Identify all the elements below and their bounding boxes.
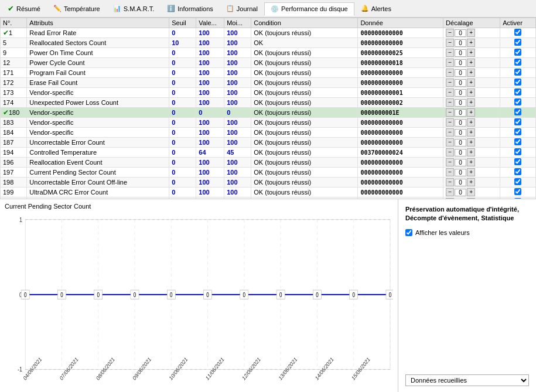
stepper-minus[interactable]: − <box>446 158 454 166</box>
stepper: − 0 + <box>446 59 497 67</box>
cell-attr: Vendor-specific <box>27 128 169 138</box>
activer-checkbox[interactable] <box>514 29 521 36</box>
cell-donnee: 000000000000 <box>358 178 443 188</box>
stepper: − 0 + <box>446 168 497 176</box>
stepper-minus[interactable]: − <box>446 69 454 77</box>
stepper-plus[interactable]: + <box>467 108 475 117</box>
table-row: ✔1Read Error Rate0100100OK (toujours réu… <box>1 28 536 38</box>
cell-decalage: − 0 + <box>443 168 500 178</box>
cell-no: 173 <box>1 88 27 98</box>
activer-checkbox[interactable] <box>514 148 521 155</box>
cell-donnee: 003700000024 <box>358 148 443 158</box>
cell-moi: 100 <box>224 88 251 98</box>
cell-decalage: − 0 + <box>443 48 500 58</box>
cell-donnee: 000000000000 <box>358 28 443 38</box>
stepper-plus[interactable]: + <box>467 188 475 196</box>
activer-checkbox[interactable] <box>514 98 521 105</box>
activer-checkbox[interactable] <box>514 108 521 115</box>
activer-checkbox[interactable] <box>514 168 521 175</box>
stepper: − 0 + <box>446 39 497 47</box>
activer-checkbox[interactable] <box>514 49 521 56</box>
stepper: − 0 + <box>446 79 497 87</box>
activer-checkbox[interactable] <box>514 59 521 66</box>
stepper-minus[interactable]: − <box>446 118 454 127</box>
stepper-minus[interactable]: − <box>446 79 454 87</box>
tab-informations[interactable]: ℹ️ Informations <box>161 2 220 15</box>
stepper-minus[interactable]: − <box>446 88 454 97</box>
right-panel: Préservation automatique d'intégrité,Déc… <box>398 199 536 392</box>
cell-seuil: 0 <box>169 148 196 158</box>
cell-activer <box>500 48 536 58</box>
stepper-plus[interactable]: + <box>467 59 475 67</box>
cell-decalage: − 0 + <box>443 158 500 168</box>
activer-checkbox[interactable] <box>514 79 521 86</box>
activer-checkbox[interactable] <box>514 88 521 96</box>
tab-alertes[interactable]: 🔔 Alertes <box>354 2 398 15</box>
cell-no: 197 <box>1 168 27 178</box>
table-row: 196Reallocation Event Count0100100OK (to… <box>1 158 536 168</box>
cell-attr: Vendor-specific <box>27 108 169 118</box>
cell-donnee: 000000000002 <box>358 98 443 108</box>
stepper-minus[interactable]: − <box>446 178 454 186</box>
cell-condition: OK (toujours réussi) <box>251 128 358 138</box>
cell-activer <box>500 98 536 108</box>
tab-smart[interactable]: 📊 S.M.A.R.T. <box>107 2 161 15</box>
stepper-minus[interactable]: − <box>446 168 454 176</box>
stepper-minus[interactable]: − <box>446 98 454 107</box>
stepper-plus[interactable]: + <box>467 49 475 57</box>
activer-checkbox[interactable] <box>514 69 521 76</box>
tab-performance[interactable]: 💿 Performance du disque <box>264 2 354 16</box>
stepper-minus[interactable]: − <box>446 128 454 137</box>
cell-seuil: 0 <box>169 48 196 58</box>
chart-title: Current Pending Sector Count <box>5 203 393 210</box>
cell-val: 64 <box>196 148 224 158</box>
donnees-dropdown[interactable]: Données recueillies <box>405 374 529 386</box>
table-row: 12Power Cycle Count0100100OK (toujours r… <box>1 58 536 68</box>
cell-no: 183 <box>1 118 27 128</box>
activer-checkbox[interactable] <box>514 39 521 46</box>
stepper-minus[interactable]: − <box>446 29 454 37</box>
stepper-plus[interactable]: + <box>467 118 475 127</box>
stepper-minus[interactable]: − <box>446 49 454 57</box>
cell-val: 100 <box>196 58 224 68</box>
stepper-plus[interactable]: + <box>467 128 475 137</box>
cell-condition: OK (toujours réussi) <box>251 68 358 78</box>
stepper-plus[interactable]: + <box>467 178 475 186</box>
stepper-minus[interactable]: − <box>446 39 454 47</box>
stepper-minus[interactable]: − <box>446 59 454 67</box>
cell-condition: OK (toujours réussi) <box>251 28 358 38</box>
activer-checkbox[interactable] <box>514 158 521 165</box>
stepper-minus[interactable]: − <box>446 108 454 117</box>
stepper-minus[interactable]: − <box>446 188 454 196</box>
activer-checkbox[interactable] <box>514 178 521 185</box>
tab-journal[interactable]: 📋 Journal <box>220 2 264 15</box>
stepper-plus[interactable]: + <box>467 29 475 37</box>
stepper-value: 0 <box>455 189 466 196</box>
stepper-plus[interactable]: + <box>467 148 475 156</box>
stepper-plus[interactable]: + <box>467 168 475 176</box>
stepper-plus[interactable]: + <box>467 98 475 107</box>
activer-checkbox[interactable] <box>514 118 521 125</box>
cell-no: 198 <box>1 178 27 188</box>
tab-bar: ✔ Résumé ✏️ Température 📊 S.M.A.R.T. ℹ️ … <box>0 0 536 18</box>
cell-moi: 100 <box>224 28 251 38</box>
stepper-plus[interactable]: + <box>467 79 475 87</box>
stepper-plus[interactable]: + <box>467 88 475 97</box>
stepper-minus[interactable]: − <box>446 148 454 156</box>
stepper-minus[interactable]: − <box>446 138 454 146</box>
stepper-plus[interactable]: + <box>467 39 475 47</box>
stepper-plus[interactable]: + <box>467 69 475 77</box>
activer-checkbox[interactable] <box>514 188 521 195</box>
cell-attr: UltraDMA CRC Error Count <box>27 188 169 197</box>
tab-temperature[interactable]: ✏️ Température <box>47 2 107 15</box>
stepper-plus[interactable]: + <box>467 158 475 166</box>
cell-activer <box>500 38 536 48</box>
afficher-checkbox[interactable] <box>405 229 412 236</box>
activer-checkbox[interactable] <box>514 128 521 135</box>
cell-moi: 100 <box>224 98 251 108</box>
col-seuil: Seuil <box>169 18 196 28</box>
stepper-plus[interactable]: + <box>467 138 475 146</box>
col-no: N°. <box>1 18 27 28</box>
tab-resume[interactable]: ✔ Résumé <box>1 1 47 16</box>
activer-checkbox[interactable] <box>514 138 521 145</box>
